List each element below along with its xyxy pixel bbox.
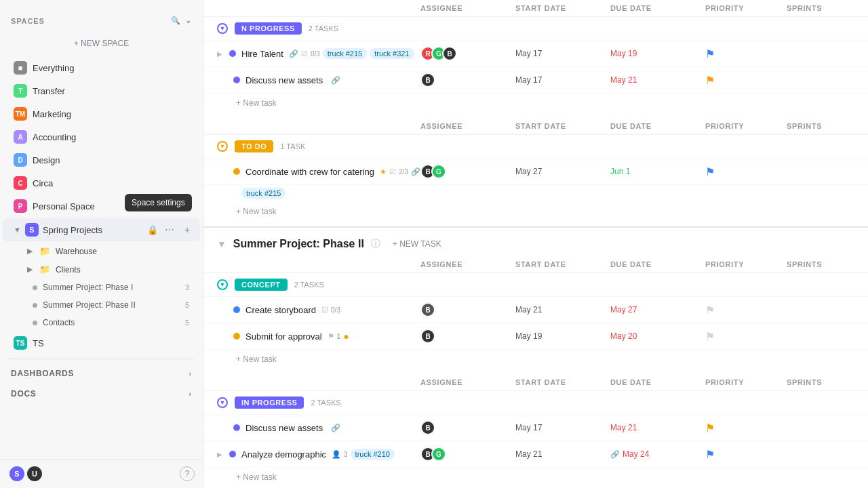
- task-dot: [233, 424, 240, 431]
- table-row[interactable]: Submit for approval ⚑ 1 ● B May 19 May 2…: [203, 323, 868, 350]
- sidebar-item-ts[interactable]: TS TS: [3, 332, 200, 354]
- expand-arrow[interactable]: ▶: [27, 265, 33, 274]
- table-row[interactable]: Create storyboard ☑ 0/3 B May 21 May 27 …: [203, 297, 868, 323]
- status-row-concept[interactable]: ▼ CONCEPT 2 TASKS: [203, 273, 868, 297]
- sidebar-page-summer-phase-2[interactable]: Summer Project: Phase II 5: [3, 297, 200, 313]
- dashboards-section[interactable]: DASHBOARDS ›: [0, 363, 203, 384]
- task-name: Hire Talent: [241, 49, 283, 59]
- avatar: G: [431, 447, 446, 462]
- task-dot: [229, 50, 236, 57]
- task-count: 2 TASKS: [311, 399, 340, 407]
- column-headers: ASSIGNEE START DATE DUE DATE PRIORITY SP…: [203, 0, 868, 17]
- docs-section[interactable]: DOCS ›: [0, 384, 203, 404]
- chevron-icon: ›: [189, 390, 192, 398]
- avatar: B: [420, 302, 435, 317]
- sidebar-item-everything[interactable]: ■ Everything: [3, 57, 200, 79]
- sidebar-item-transfer[interactable]: T Transfer: [3, 80, 200, 102]
- task-dot: [233, 168, 240, 175]
- col-headers-row-4: ASSIGNEE START DATE DUE DATE PRIORITY SP…: [203, 374, 868, 391]
- table-row[interactable]: ▶ Analyze demographic 👤 3 truck #210 B G…: [203, 441, 868, 468]
- tag: truck #321: [370, 48, 414, 59]
- task-meta: 🔗 ☑ 0/3 truck #215 truck #321: [289, 48, 414, 59]
- tag: truck #210: [351, 449, 395, 460]
- status-badge-to-do: TO DO: [235, 140, 273, 152]
- new-task-row[interactable]: + New task: [203, 202, 868, 221]
- table-row[interactable]: Coordinate with crew for catering ★ ☑ 2/…: [203, 159, 868, 185]
- summer-project-header: ▼ Summer Project: Phase II ⓘ + NEW TASK: [203, 226, 868, 256]
- sidebar-page-summer-phase-1[interactable]: Summer Project: Phase I 3: [3, 279, 200, 296]
- avatar: B: [420, 329, 435, 344]
- status-row-in-progress-2[interactable]: ▼ IN PROGRESS 2 TASKS: [203, 391, 868, 415]
- spaces-section-header: SPACES 🔍 ⌄: [0, 11, 203, 30]
- due-date: May 27: [610, 305, 705, 314]
- task-name: Submit for approval: [245, 331, 322, 342]
- dot-icon: [33, 303, 37, 308]
- add-item-button[interactable]: +: [180, 222, 195, 237]
- task-name: Analyze demographic: [241, 449, 326, 460]
- start-date: May 17: [515, 423, 610, 432]
- sidebar-item-design[interactable]: D Design: [3, 149, 200, 171]
- priority-cell: ⚑: [705, 304, 787, 317]
- expand-arrow[interactable]: ▶: [217, 50, 222, 58]
- status-row-to-do[interactable]: ▼ TO DO 1 TASK: [203, 135, 868, 159]
- search-icon[interactable]: 🔍: [171, 16, 181, 25]
- priority-flag: ⚑: [705, 330, 715, 343]
- col-headers-row-3: ASSIGNEE START DATE DUE DATE PRIORITY SP…: [203, 256, 868, 273]
- sidebar-page-contacts[interactable]: Contacts 5: [3, 314, 200, 331]
- task-count: 2 TASKS: [294, 281, 324, 289]
- section-in-progress-2: ASSIGNEE START DATE DUE DATE PRIORITY SP…: [203, 374, 868, 487]
- priority-flag: ⚑: [705, 74, 715, 87]
- sidebar-item-accounting[interactable]: A Accounting: [3, 126, 200, 148]
- more-options-button[interactable]: ⋯: [162, 222, 177, 237]
- priority-cell: ⚑: [705, 47, 787, 60]
- table-row[interactable]: ▶ Hire Talent 🔗 ☑ 0/3 truck #215 truck #…: [203, 41, 868, 67]
- section-collapse-toggle[interactable]: ▼: [217, 23, 228, 34]
- sidebar-item-circa[interactable]: C Circa: [3, 172, 200, 194]
- task-name: Coordinate with crew for catering: [245, 167, 374, 177]
- chevron-down-icon[interactable]: ⌄: [185, 16, 192, 25]
- tag: truck #215: [241, 188, 285, 199]
- section-collapse-toggle[interactable]: ▼: [217, 397, 228, 408]
- new-task-row[interactable]: + New task: [203, 468, 868, 487]
- sidebar-item-spring-projects[interactable]: ▼ S Spring Projects 🔒 ⋯ +: [3, 218, 200, 241]
- col-headers-row-2: ASSIGNEE START DATE DUE DATE PRIORITY SP…: [203, 118, 868, 135]
- status-badge-concept: CONCEPT: [235, 279, 288, 291]
- sidebar-sub-clients[interactable]: ▶ 📁 Clients: [3, 261, 200, 278]
- assignee-cell: B G: [420, 164, 515, 179]
- space-settings-tooltip: Space settings: [125, 194, 192, 211]
- expand-arrow[interactable]: ▶: [217, 451, 222, 458]
- status-badge-in-progress: N PROGRESS: [235, 22, 302, 35]
- sidebar-footer: S U ?: [0, 459, 203, 488]
- assignee-cell: B G: [420, 447, 515, 462]
- info-icon: ⓘ: [371, 238, 380, 250]
- status-row-in-progress[interactable]: ▼ N PROGRESS 2 TASKS: [203, 17, 868, 41]
- new-task-row[interactable]: + New task: [203, 94, 868, 113]
- priority-flag: ⚑: [705, 448, 715, 461]
- collapse-arrow[interactable]: ▼: [14, 226, 21, 234]
- collapse-button[interactable]: ▼: [217, 239, 226, 249]
- start-date: May 21: [515, 305, 610, 314]
- chevron-icon: ›: [189, 369, 192, 378]
- new-space-button[interactable]: + NEW SPACE: [5, 33, 197, 54]
- avatar[interactable]: S: [8, 465, 26, 483]
- priority-flag: ⚑: [705, 47, 715, 60]
- sidebar-item-personal-space[interactable]: P Personal Space 🔒 Space settings: [3, 195, 200, 217]
- table-row[interactable]: Discuss new assets 🔗 B May 17 May 21 ⚑: [203, 67, 868, 94]
- help-button[interactable]: ?: [180, 466, 195, 481]
- due-date: 🔗 May 24: [610, 449, 705, 459]
- table-row[interactable]: Discuss new assets 🔗 B May 17 May 21 ⚑: [203, 415, 868, 441]
- new-task-button[interactable]: + NEW TASK: [387, 237, 447, 251]
- section-collapse-toggle[interactable]: ▼: [217, 279, 228, 290]
- sidebar-item-marketing[interactable]: TM Marketing: [3, 103, 200, 125]
- folder-icon: 📁: [39, 264, 50, 274]
- task-dot: [233, 333, 240, 340]
- main-content: ASSIGNEE START DATE DUE DATE PRIORITY SP…: [203, 0, 868, 488]
- new-task-row[interactable]: + New task: [203, 350, 868, 369]
- sidebar-sub-warehouse[interactable]: ▶ 📁 Warehouse: [3, 243, 200, 260]
- section-collapse-toggle[interactable]: ▼: [217, 141, 228, 152]
- assignee-cell: R G B: [420, 46, 515, 61]
- priority-cell: ⚑: [705, 165, 787, 178]
- priority-flag: ⚑: [705, 422, 715, 434]
- avatar: B: [420, 73, 435, 87]
- expand-arrow[interactable]: ▶: [27, 247, 33, 256]
